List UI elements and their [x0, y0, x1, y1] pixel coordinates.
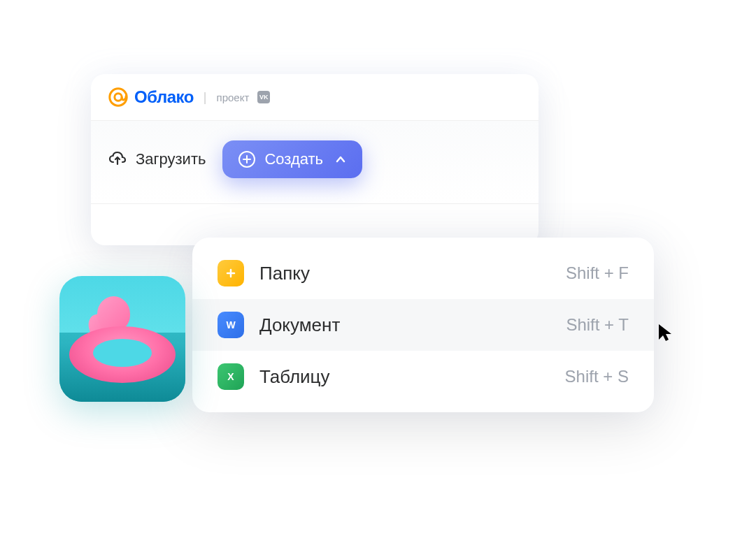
logo-text: Облако [134, 87, 194, 107]
project-label: проект [217, 92, 250, 103]
svg-point-1 [115, 94, 122, 101]
toolbar: Загрузить Создать [91, 120, 539, 203]
vk-badge-icon: VK [257, 91, 270, 103]
create-menu: Папку Shift + F W Документ Shift + T X Т… [192, 238, 654, 412]
menu-item-shortcut: Shift + T [566, 315, 629, 335]
svg-point-0 [110, 89, 127, 106]
menu-item-label: Документ [259, 314, 550, 336]
menu-item-document[interactable]: W Документ Shift + T [192, 299, 654, 351]
folder-plus-icon [217, 260, 244, 286]
menu-item-label: Таблицу [259, 366, 550, 388]
divider: | [204, 90, 207, 105]
document-icon: W [217, 312, 244, 338]
menu-item-label: Папку [259, 263, 550, 284]
menu-item-shortcut: Shift + F [566, 263, 629, 283]
upload-button[interactable]: Загрузить [108, 150, 206, 169]
chevron-up-icon [334, 153, 347, 166]
menu-item-shortcut: Shift + S [565, 367, 629, 386]
create-label: Создать [264, 150, 323, 168]
cloud-upload-icon [108, 150, 127, 169]
plus-circle-icon [238, 150, 256, 168]
create-button[interactable]: Создать [222, 140, 362, 178]
image-thumbnail[interactable] [59, 276, 185, 402]
menu-item-folder[interactable]: Папку Shift + F [192, 247, 654, 299]
cursor-icon [657, 323, 673, 342]
menu-item-spreadsheet[interactable]: X Таблицу Shift + S [192, 351, 654, 402]
app-window: Облако | проект VK Загрузить Создать [91, 74, 539, 245]
upload-label: Загрузить [136, 150, 206, 168]
spreadsheet-icon: X [217, 363, 244, 390]
header: Облако | проект VK [91, 74, 539, 120]
at-logo-icon [108, 87, 129, 108]
